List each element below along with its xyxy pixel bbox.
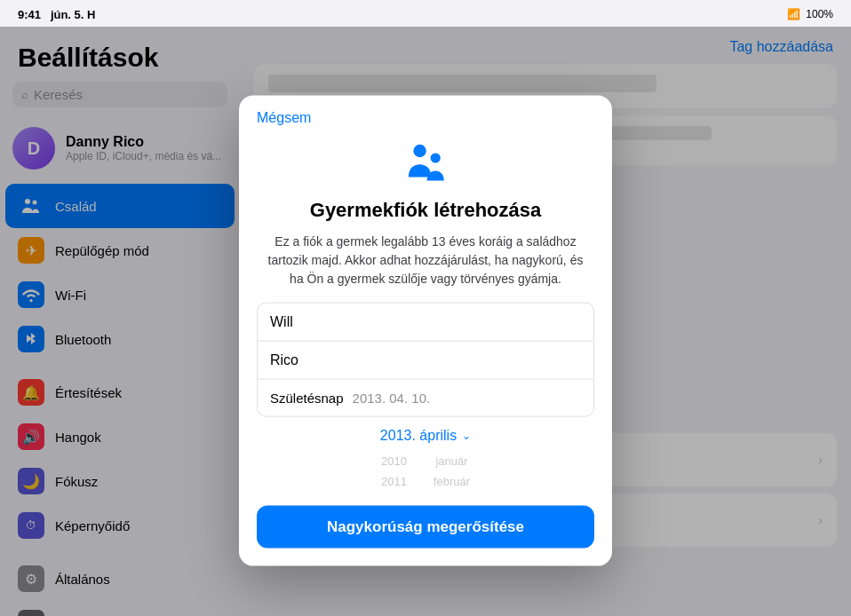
year-col: 2010 2011 [381,453,407,492]
modal-icon-area [239,126,612,199]
modal-field-firstname[interactable]: Will [258,304,593,342]
month-item-2: február [433,473,470,492]
time-display: 9:41 [18,8,41,21]
birthday-label: Születésnap [270,391,344,406]
date-picker-selected-month[interactable]: 2013. április ⌄ [380,428,471,444]
lastname-value: Rico [270,352,298,367]
modal-description: Ez a fiók a germek legalább 13 éves korá… [239,233,612,303]
modal-date-picker: 2013. április ⌄ 2010 2011 január február [257,428,594,492]
wifi-icon: 📶 [787,8,800,20]
date-display: jún. 5. H [51,8,96,21]
date-picker-chevron-icon: ⌄ [462,430,471,442]
year-item-1: 2010 [381,453,407,471]
battery-display: 100% [806,8,833,20]
selected-month-label: 2013. április [380,428,457,444]
month-item-1: január [435,453,467,471]
main-layout: Beállítások ⌕ Keresés D Danny Rico Apple… [0,27,851,616]
date-picker-scroll: 2010 2011 január február [381,453,470,492]
status-time: 9:41 jún. 5. H [18,8,95,21]
modal-field-birthday[interactable]: Születésnap 2013. 04. 10. [258,380,593,416]
svg-point-4 [431,153,441,162]
modal-cancel-button[interactable]: Mégsem [257,110,311,126]
modal-title: Gyermekfiók létrehozása [239,199,612,233]
modal-dialog: Mégsem Gyermekfiók létrehozása Ez a fiók… [239,96,612,566]
svg-point-3 [413,145,426,157]
status-bar: 9:41 jún. 5. H 📶 100% [0,0,851,27]
modal-field-lastname[interactable]: Rico [258,342,593,380]
modal-header: Mégsem [239,96,612,126]
birthday-row: Születésnap 2013. 04. 10. [270,391,581,406]
birthday-placeholder: 2013. 04. 10. [353,391,431,406]
month-col: január február [433,453,470,492]
year-item-2: 2011 [381,473,407,492]
modal-fields: Will Rico Születésnap 2013. 04. 10. [257,303,594,417]
status-icons: 📶 100% [787,8,833,20]
confirm-button[interactable]: Nagykorúság megerősítése [257,506,594,549]
family-modal-icon [397,135,454,192]
firstname-value: Will [270,314,293,329]
